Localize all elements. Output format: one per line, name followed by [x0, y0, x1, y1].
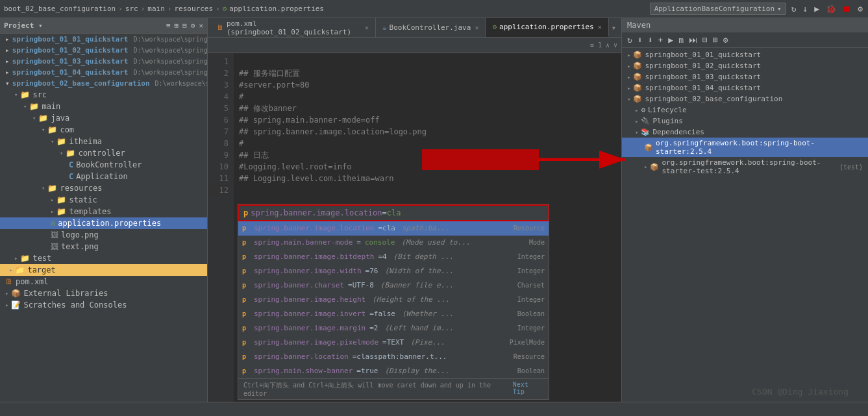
tree-target-label: target — [27, 265, 55, 275]
sidebar-gear-icon[interactable]: ⚙ — [191, 21, 195, 30]
sidebar-close-icon[interactable]: ✕ — [199, 21, 203, 30]
line-count: ≡ 1 ∧ ∨ — [590, 42, 617, 49]
arrow-templates: ▸ — [51, 208, 54, 215]
next-tip-link[interactable]: Next Tip — [513, 381, 543, 397]
project-entry-2[interactable]: ▸ springboot_01_02_quickstart D:\workspa… — [0, 45, 207, 56]
tree-java[interactable]: ▾ 📁 java — [0, 112, 207, 124]
tree-main[interactable]: ▾ 📁 main — [0, 101, 207, 112]
tree-bookcontroller[interactable]: C BookController — [0, 159, 207, 171]
ac-item-0[interactable]: p spring.banner.image.location=claspath:… — [238, 221, 549, 236]
line-numbers: 1 2 3 4 5 6 7 8 9 10 11 12 — [208, 53, 234, 402]
folder-templates-icon: 📁 — [56, 207, 66, 216]
tree-com[interactable]: ▾ 📁 com — [0, 124, 207, 136]
run-config-dropdown[interactable]: ApplicationBaseConfiguration ▾ — [650, 3, 786, 15]
tree-application[interactable]: C Application — [0, 171, 207, 182]
tree-logo-png[interactable]: 🖼 logo.png — [0, 229, 207, 241]
maven-proj-1[interactable]: ▸ 📦 springboot_01_01_quickstart — [622, 49, 868, 60]
folder-icon-2: ▸ — [5, 46, 10, 55]
tree-src[interactable]: ▾ 📁 src — [0, 89, 207, 101]
folder-icon-4: ▸ — [5, 68, 10, 77]
sidebar-expand-icon[interactable]: ⊞ — [175, 21, 179, 30]
ac-item-8[interactable]: p spring.banner.image.pixelmode=TEXT(Pix… — [238, 336, 549, 350]
autocomplete-search-box[interactable]: p spring.banner.image.location=cla — [238, 204, 549, 221]
maven-toggle-btn[interactable]: ⊟ — [701, 34, 709, 46]
folder-icon-5: ▾ — [5, 79, 10, 88]
maven-proj-5[interactable]: ▾ 📦 springboot_02_base_configuration — [622, 93, 868, 104]
refresh-icon[interactable]: ↻ — [790, 3, 798, 15]
maven-proj-3[interactable]: ▸ 📦 springboot_01_03_quickstart — [622, 71, 868, 82]
ac-prop-icon-2: p — [242, 251, 250, 263]
tab-app-properties[interactable]: ⚙ application.properties ✕ — [486, 18, 608, 37]
download-icon[interactable]: ↓ — [802, 3, 810, 15]
maven-dep-icon-2: 📦 — [650, 163, 659, 171]
tree-scratches[interactable]: ▸ 📝 Scratches and Consoles — [0, 299, 207, 311]
ac-item-10[interactable]: p spring.main.show-banner=true(Display t… — [238, 364, 549, 378]
sidebar-toolbar: ≡ — [166, 21, 171, 30]
project-entry-5[interactable]: ▾ springboot_02_base_configuration D:\wo… — [0, 78, 207, 89]
tab-pom-close[interactable]: ✕ — [365, 24, 369, 31]
tab-bookcontroller[interactable]: ☕ BookController.java ✕ — [376, 18, 486, 37]
maven-expand-btn[interactable]: ⊞ — [712, 34, 719, 46]
project-entry-3[interactable]: ▸ springboot_01_03_quickstart D:\workspa… — [0, 56, 207, 67]
editor-toolbar: ≡ 1 ∧ ∨ — [208, 38, 621, 53]
tree-static[interactable]: ▸ 📁 static — [0, 194, 207, 206]
project-entry-1[interactable]: ▸ springboot_01_01_quickstart D:\workspa… — [0, 34, 207, 45]
maven-deps[interactable]: ▾ 📚 Dependencies — [622, 127, 868, 138]
sidebar-collapse-icon[interactable]: ⊟ — [182, 21, 187, 30]
ac-item-3[interactable]: p spring.banner.image.width=76(Width of … — [238, 264, 549, 278]
maven-arrow-4: ▸ — [627, 85, 630, 92]
maven-refresh-btn[interactable]: ↻ — [626, 34, 634, 46]
ac-item-6[interactable]: p spring.banner.image.invert=false(Wheth… — [238, 307, 549, 321]
ac-item-9[interactable]: p spring.banner.location=classpath:banne… — [238, 350, 549, 364]
maven-lifecycle-arrow: ▸ — [635, 107, 638, 114]
settings-icon[interactable]: ⚙ — [856, 3, 864, 15]
class-bookcontroller-icon: C — [69, 160, 73, 169]
run-config-label: ApplicationBaseConfiguration — [654, 5, 775, 13]
maven-run-m-btn[interactable]: m — [677, 34, 685, 46]
ac-key-10: spring.main.show-banner — [254, 365, 353, 377]
code-area[interactable]: 1 2 3 4 5 6 7 8 9 10 11 12 ## 服务端口配置 #se… — [208, 53, 621, 402]
maven-dep-2[interactable]: ▸ 📦 org.springframework.boot:spring-boot… — [622, 157, 868, 177]
maven-settings-btn[interactable]: ⚙ — [722, 34, 730, 46]
ac-type-0: Resource — [514, 223, 545, 234]
maven-dep-1[interactable]: 📦 org.springframework.boot:spring-boot-s… — [622, 138, 868, 157]
tree-itheima[interactable]: ▾ 📁 itheima — [0, 136, 207, 147]
maven-download-sources-btn[interactable]: ⬇ — [647, 34, 654, 46]
tree-resources[interactable]: ▾ 📁 resources — [0, 182, 207, 194]
ac-item-2[interactable]: p spring.banner.image.bitdepth=4(Bit dep… — [238, 250, 549, 264]
stop-icon[interactable]: ⏹ — [841, 3, 852, 15]
tree-templates-label: templates — [69, 207, 111, 216]
tab-ap-close[interactable]: ✕ — [598, 23, 602, 31]
tree-app-properties[interactable]: ⚙ application.properties — [0, 217, 207, 229]
maven-skip-btn[interactable]: ⏭ — [688, 34, 699, 46]
tree-test[interactable]: ▸ 📁 test — [0, 252, 207, 264]
tab-pom[interactable]: 🗎 pom.xml (springboot_01_02_quickstart) … — [210, 18, 376, 37]
debug-icon[interactable]: 🐞 — [825, 3, 837, 15]
ac-item-7[interactable]: p spring.banner.image.margin=2(Left hand… — [238, 321, 549, 336]
maven-proj-2[interactable]: ▸ 📦 springboot_01_02_quickstart — [622, 60, 868, 71]
maven-lifecycle[interactable]: ▸ ⚙ Lifecycle — [622, 104, 868, 116]
maven-run-btn[interactable]: ▶ — [667, 34, 675, 46]
ac-item-4[interactable]: p spring.banner.charset=UTF-8(Banner fil… — [238, 278, 549, 293]
ac-item-5[interactable]: p spring.banner.image.height(Height of t… — [238, 293, 549, 307]
run-icon[interactable]: ▶ — [813, 3, 821, 15]
tree-templates[interactable]: ▸ 📁 templates — [0, 206, 207, 217]
ac-item-1[interactable]: p spring.main.banner-mode=console(Mode u… — [238, 236, 549, 250]
tree-ext-libs[interactable]: ▸ 📦 External Libraries — [0, 288, 207, 299]
maven-proj-4[interactable]: ▸ 📦 springboot_01_04_quickstart — [622, 82, 868, 93]
autocomplete-popup[interactable]: p spring.banner.image.location=cla p spr… — [238, 204, 549, 400]
ac-type-7: Integer — [517, 323, 545, 334]
editor-maven-area: 🗎 pom.xml (springboot_01_02_quickstart) … — [208, 18, 868, 402]
maven-proj-icon-4: 📦 — [633, 84, 642, 92]
maven-add-btn[interactable]: + — [656, 34, 664, 46]
tab-bc-close[interactable]: ✕ — [475, 24, 478, 31]
tree-text-png[interactable]: 🖼 text.png — [0, 241, 207, 252]
maven-download-btn[interactable]: ⬇ — [636, 34, 644, 46]
tree-target[interactable]: ▸ 📁 target — [0, 264, 207, 276]
tree-pom[interactable]: 🗎 pom.xml — [0, 276, 207, 288]
maven-plugins[interactable]: ▸ 🔌 Plugins — [622, 116, 868, 127]
project-entry-4[interactable]: ▸ springboot_01_04_quickstart D:\workspa… — [0, 67, 207, 78]
tab-overflow-arrow[interactable]: ▾ — [609, 23, 619, 32]
ac-type-3: Integer — [517, 265, 545, 277]
tree-controller[interactable]: ▾ 📁 controller — [0, 147, 207, 159]
